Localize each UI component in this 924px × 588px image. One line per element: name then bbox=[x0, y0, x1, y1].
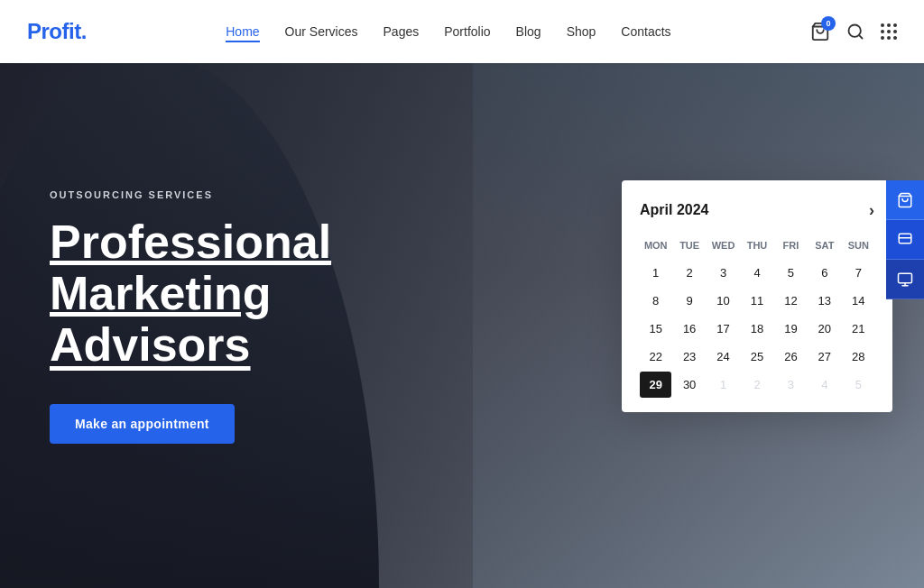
calendar-day[interactable]: 27 bbox=[808, 344, 840, 370]
calendar-day[interactable]: 20 bbox=[808, 316, 840, 342]
calendar-day[interactable]: 22 bbox=[640, 344, 671, 370]
nav-shop[interactable]: Shop bbox=[567, 24, 596, 39]
nav-contacts[interactable]: Contacts bbox=[621, 24, 670, 39]
calendar-day-header: FRI bbox=[775, 236, 807, 254]
calendar-day[interactable]: 16 bbox=[673, 316, 705, 342]
cart-button[interactable]: 0 bbox=[810, 22, 830, 41]
calendar-next-button[interactable]: › bbox=[869, 202, 874, 218]
cta-button[interactable]: Make an appointment bbox=[50, 404, 235, 444]
calendar-day[interactable]: 1 bbox=[707, 372, 739, 398]
calendar-day[interactable]: 24 bbox=[707, 344, 739, 370]
calendar-day[interactable]: 13 bbox=[808, 288, 840, 314]
calendar-day[interactable]: 4 bbox=[741, 260, 772, 286]
calendar-day[interactable]: 6 bbox=[808, 260, 840, 286]
hero-subtitle: OUTSOURCING SERVICES bbox=[50, 189, 331, 200]
header-icons: 0 bbox=[810, 22, 897, 41]
hero-title-line2: Marketing bbox=[50, 267, 272, 319]
sidebar-cart-button[interactable] bbox=[886, 180, 924, 220]
calendar-day[interactable]: 9 bbox=[673, 288, 705, 314]
calendar-day-header: THU bbox=[741, 236, 772, 254]
cart-badge: 0 bbox=[821, 16, 836, 31]
calendar-day[interactable]: 30 bbox=[673, 372, 705, 398]
calendar-day[interactable]: 17 bbox=[707, 316, 739, 342]
nav-our-services[interactable]: Our Services bbox=[285, 24, 358, 39]
calendar-day[interactable]: 1 bbox=[640, 260, 671, 286]
calendar-day[interactable]: 5 bbox=[843, 372, 874, 398]
hero-title: Professional Marketing Advisors bbox=[50, 216, 331, 372]
sidebar-bookmark-button[interactable] bbox=[886, 260, 924, 299]
calendar-day[interactable]: 3 bbox=[707, 260, 739, 286]
calendar-day[interactable]: 23 bbox=[673, 344, 705, 370]
nav-pages[interactable]: Pages bbox=[383, 24, 420, 39]
calendar-day[interactable]: 18 bbox=[741, 316, 772, 342]
right-sidebar bbox=[886, 180, 924, 299]
calendar-day-header: SUN bbox=[843, 236, 874, 254]
grid-icon bbox=[881, 23, 897, 40]
calendar-day[interactable]: 11 bbox=[741, 288, 772, 314]
logo-text: Profit bbox=[27, 19, 81, 43]
svg-rect-6 bbox=[899, 273, 912, 283]
main-nav: Home Our Services Pages Portfolio Blog S… bbox=[226, 24, 670, 39]
calendar-day[interactable]: 8 bbox=[640, 288, 671, 314]
calendar-day[interactable]: 2 bbox=[741, 372, 772, 398]
hero-title-line1: Professional bbox=[50, 216, 331, 268]
calendar-grid: MONTUEWEDTHUFRISATSUN1234567891011121314… bbox=[640, 236, 874, 398]
calendar-day[interactable]: 21 bbox=[843, 316, 874, 342]
search-button[interactable] bbox=[846, 23, 864, 41]
nav-blog[interactable]: Blog bbox=[516, 24, 541, 39]
calendar-day[interactable]: 5 bbox=[775, 260, 807, 286]
calendar-day[interactable]: 10 bbox=[707, 288, 739, 314]
calendar-header: April 2024 › bbox=[640, 202, 874, 218]
calendar-day[interactable]: 26 bbox=[775, 344, 807, 370]
calendar-day[interactable]: 19 bbox=[775, 316, 807, 342]
header: Profit. Home Our Services Pages Portfoli… bbox=[0, 0, 924, 63]
nav-portfolio[interactable]: Portfolio bbox=[444, 24, 490, 39]
calendar-day[interactable]: 15 bbox=[640, 316, 671, 342]
calendar-day[interactable]: 12 bbox=[775, 288, 807, 314]
calendar-day-header: MON bbox=[640, 236, 671, 254]
calendar-day[interactable]: 14 bbox=[843, 288, 874, 314]
sidebar-tag-button[interactable] bbox=[886, 220, 924, 260]
calendar-day[interactable]: 4 bbox=[808, 372, 840, 398]
calendar-day-header: TUE bbox=[673, 236, 705, 254]
grid-menu-button[interactable] bbox=[881, 23, 897, 40]
calendar-day[interactable]: 7 bbox=[843, 260, 874, 286]
calendar-day[interactable]: 25 bbox=[741, 344, 772, 370]
svg-line-2 bbox=[859, 35, 863, 39]
calendar-month-year: April 2024 bbox=[640, 202, 708, 218]
logo-dot: . bbox=[81, 19, 87, 43]
nav-home[interactable]: Home bbox=[226, 24, 259, 39]
calendar-day[interactable]: 29 bbox=[640, 372, 671, 398]
calendar-day-header: SAT bbox=[808, 236, 840, 254]
calendar-popup: April 2024 › MONTUEWEDTHUFRISATSUN123456… bbox=[622, 180, 892, 412]
logo: Profit. bbox=[27, 19, 87, 44]
hero-title-line3: Advisors bbox=[50, 318, 251, 371]
calendar-day[interactable]: 28 bbox=[843, 344, 874, 370]
hero-content: OUTSOURCING SERVICES Professional Market… bbox=[50, 117, 331, 444]
calendar-day[interactable]: 3 bbox=[775, 372, 807, 398]
calendar-day[interactable]: 2 bbox=[673, 260, 705, 286]
calendar-day-header: WED bbox=[707, 236, 739, 254]
